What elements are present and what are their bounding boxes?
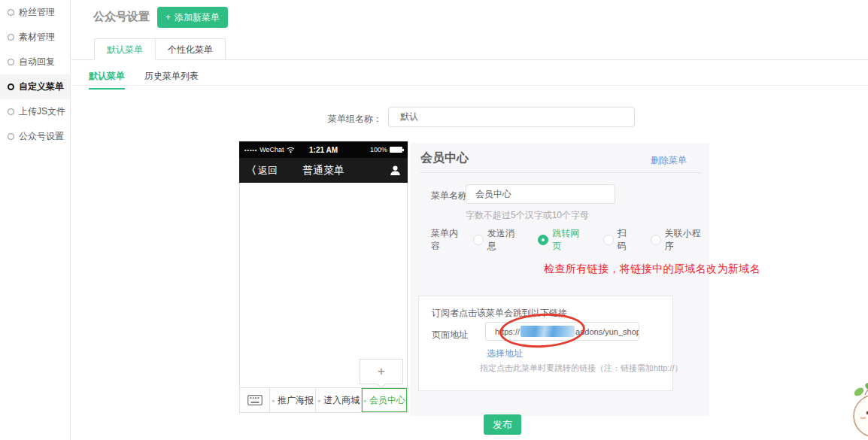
carrier-label: WeChat <box>259 146 284 153</box>
phone-menu-item-label: 会员中心 <box>369 394 405 407</box>
back-label: 返回 <box>258 164 278 178</box>
subtab-history-menu-list[interactable]: 历史菜单列表 <box>144 70 199 90</box>
phone-status-bar: ••••• WeChat 1:21 AM 100% <box>239 141 408 158</box>
radio-label: 扫码 <box>618 227 636 253</box>
sidebar-item-label: 公众号设置 <box>19 130 64 143</box>
radio-label: 跳转网页 <box>552 227 588 253</box>
radio-icon <box>651 235 661 245</box>
url-suffix: addons/yun_shop/? <box>575 327 639 336</box>
keyboard-toggle[interactable] <box>240 388 270 412</box>
menu-group-name-label: 菜单组名称： <box>316 113 382 126</box>
menu-subtabs: 默认菜单 历史菜单列表 <box>89 70 199 90</box>
phone-menu-item-shop[interactable]: ● 进入商城 <box>316 388 362 412</box>
sidebar-item-label: 上传JS文件 <box>19 105 65 118</box>
back-button[interactable]: 〈 返回 <box>246 164 278 178</box>
sidebar-item-label: 自定义菜单 <box>19 80 64 93</box>
phone-menu-item-label: 进入商城 <box>323 394 360 407</box>
sidebar-item-fans[interactable]: 粉丝管理 <box>0 0 70 25</box>
url-prefix: https:// <box>495 327 520 336</box>
radio-selected-icon <box>538 235 548 245</box>
chevron-left-icon: 〈 <box>246 164 256 178</box>
keyboard-icon <box>247 395 263 405</box>
menu-type-tabs: 默认菜单 个性化菜单 <box>94 38 226 60</box>
dot-icon: ● <box>317 398 320 403</box>
delete-menu-link[interactable]: 删除菜单 <box>651 154 687 167</box>
phone-menu-item-poster[interactable]: ● 推广海报 <box>270 388 316 412</box>
sidebar-item-upload-js[interactable]: 上传JS文件 <box>0 99 70 124</box>
radio-circle-icon <box>8 59 14 65</box>
signal-dots-icon: ••••• <box>244 147 257 153</box>
choose-address-link[interactable]: 选择地址 <box>487 347 523 360</box>
user-icon[interactable] <box>390 165 401 176</box>
sidebar-item-custom-menu[interactable]: 自定义菜单 <box>0 74 70 99</box>
clock-label: 1:21 AM <box>309 146 338 154</box>
radio-label: 关联小程序 <box>665 227 709 253</box>
redacted-domain-blur <box>520 326 575 337</box>
radio-circle-icon <box>8 9 14 16</box>
phone-preview: ••••• WeChat 1:21 AM 100% 〈 返回 普通菜单 + <box>239 141 408 413</box>
plus-icon: + <box>165 12 171 23</box>
add-menu-item-popup[interactable]: + <box>360 359 403 384</box>
radish-mascot <box>840 374 868 440</box>
sidebar: 粉丝管理 素材管理 自动回复 自定义菜单 上传JS文件 公众号设置 <box>0 0 71 440</box>
sidebar-item-label: 自动回复 <box>19 56 55 68</box>
phone-nav-title: 普通菜单 <box>302 164 344 178</box>
editor-divider <box>420 172 702 173</box>
tab-personalized-menu[interactable]: 个性化菜单 <box>156 38 226 60</box>
menu-name-input[interactable] <box>466 184 615 204</box>
radio-mini-program[interactable]: 关联小程序 <box>651 227 709 253</box>
menu-content-label: 菜单内容 <box>431 227 467 253</box>
phone-menu-bar: ● 推广海报 ● 进入商城 ● 会员中心 <box>239 387 408 413</box>
sidebar-item-autoreply[interactable]: 自动回复 <box>0 50 70 74</box>
dot-icon: ● <box>363 398 366 403</box>
phone-nav-bar: 〈 返回 普通菜单 <box>239 158 408 183</box>
subtab-default-menu[interactable]: 默认菜单 <box>89 70 125 90</box>
link-settings-box: 订阅者点击该菜单会跳到以下链接 页面地址 https:// addons/yun… <box>418 296 673 391</box>
plus-icon: + <box>378 364 385 379</box>
radio-icon <box>473 235 484 245</box>
sidebar-item-material[interactable]: 素材管理 <box>0 25 70 50</box>
radio-circle-icon <box>8 34 14 41</box>
add-new-menu-button[interactable]: + 添加新菜单 <box>157 7 228 28</box>
page-title: 公众号设置 <box>93 10 150 24</box>
radio-circle-icon <box>8 108 14 115</box>
editor-title: 会员中心 <box>420 150 469 166</box>
add-new-menu-label: 添加新菜单 <box>175 11 220 24</box>
battery-icon <box>390 147 402 153</box>
page-address-input[interactable]: https:// addons/yun_shop/? <box>485 322 639 341</box>
dot-icon: ● <box>272 398 275 403</box>
menu-group-name-input[interactable] <box>388 107 635 127</box>
red-text-annotation: 检查所有链接，将链接中的原域名改为新域名 <box>544 262 760 276</box>
radio-scan-code[interactable]: 扫码 <box>603 227 636 253</box>
sidebar-item-account-settings[interactable]: 公众号设置 <box>0 124 70 149</box>
sidebar-item-label: 素材管理 <box>19 31 55 44</box>
battery-percent: 100% <box>370 146 387 153</box>
phone-screen <box>239 183 408 387</box>
tab-default-menu[interactable]: 默认菜单 <box>94 38 156 60</box>
phone-menu-item-label: 推广海报 <box>278 394 314 407</box>
radio-label: 发送消息 <box>487 227 524 253</box>
radio-send-message[interactable]: 发送消息 <box>473 227 524 253</box>
link-intro-text: 订阅者点击该菜单会跳到以下链接 <box>432 307 567 320</box>
radio-icon <box>603 235 614 245</box>
menu-editor-panel: 会员中心 删除菜单 菜单名称 字数不超过5个汉字或10个字母 菜单内容 发送消息… <box>411 143 709 416</box>
radio-circle-icon <box>8 83 14 90</box>
menu-content-radio-group: 菜单内容 发送消息 跳转网页 扫码 关联小程序 <box>431 227 709 253</box>
publish-button[interactable]: 发布 <box>484 414 521 435</box>
link-hint-text: 指定点击此菜单时要跳转的链接（注：链接需加http://） <box>480 363 683 374</box>
sidebar-item-label: 粉丝管理 <box>19 6 55 19</box>
radio-jump-webpage[interactable]: 跳转网页 <box>538 227 588 253</box>
menu-name-label: 菜单名称 <box>431 190 467 202</box>
menu-name-hint: 字数不超过5个汉字或10个字母 <box>466 209 589 222</box>
radio-circle-icon <box>8 133 14 140</box>
page-address-label: 页面地址 <box>432 329 468 341</box>
wifi-icon <box>287 147 295 153</box>
phone-menu-item-member-center[interactable]: ● 会员中心 <box>362 388 407 412</box>
